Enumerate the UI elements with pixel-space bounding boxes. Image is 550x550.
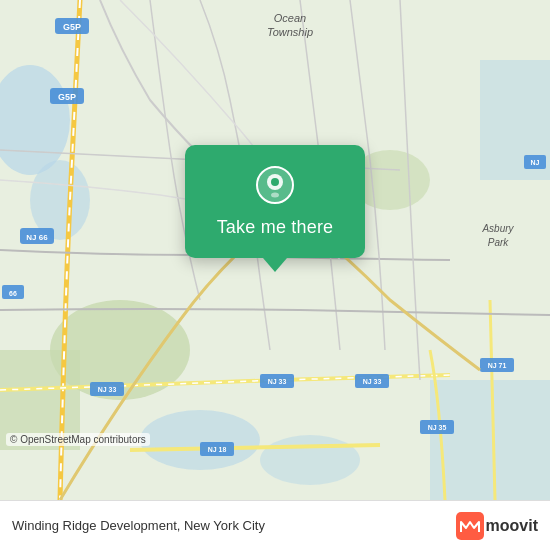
- svg-point-38: [271, 193, 279, 198]
- bottom-bar: Winding Ridge Development, New York City…: [0, 500, 550, 550]
- svg-text:NJ 33: NJ 33: [268, 378, 287, 385]
- svg-text:NJ 66: NJ 66: [26, 233, 48, 242]
- popup-card: Take me there: [185, 145, 365, 258]
- svg-point-39: [271, 178, 279, 186]
- svg-text:Park: Park: [488, 237, 510, 248]
- copyright-notice: © OpenStreetMap contributors: [6, 433, 150, 446]
- moovit-text: moovit: [486, 517, 538, 535]
- location-pin-icon: [253, 163, 297, 207]
- svg-text:G5P: G5P: [58, 92, 76, 102]
- map-container: G5P G5P NJ 66 66 NJ 33 NJ 33 NJ 33 NJ 35…: [0, 0, 550, 500]
- svg-text:Ocean: Ocean: [274, 12, 306, 24]
- svg-text:66: 66: [9, 290, 17, 297]
- moovit-logo: moovit: [456, 512, 538, 540]
- svg-point-5: [260, 435, 360, 485]
- svg-text:NJ: NJ: [531, 159, 540, 166]
- svg-text:NJ 33: NJ 33: [363, 378, 382, 385]
- svg-text:NJ 33: NJ 33: [98, 386, 117, 393]
- svg-text:NJ 35: NJ 35: [428, 424, 447, 431]
- svg-text:NJ 71: NJ 71: [488, 362, 507, 369]
- svg-text:NJ 18: NJ 18: [208, 446, 227, 453]
- svg-point-4: [140, 410, 260, 470]
- svg-text:Township: Township: [267, 26, 313, 38]
- take-me-there-button[interactable]: Take me there: [217, 217, 334, 238]
- location-text: Winding Ridge Development, New York City: [12, 518, 265, 533]
- svg-text:G5P: G5P: [63, 22, 81, 32]
- svg-text:Asbury: Asbury: [481, 223, 514, 234]
- svg-rect-6: [430, 380, 550, 500]
- location-info: Winding Ridge Development, New York City: [12, 518, 265, 533]
- moovit-icon: [456, 512, 484, 540]
